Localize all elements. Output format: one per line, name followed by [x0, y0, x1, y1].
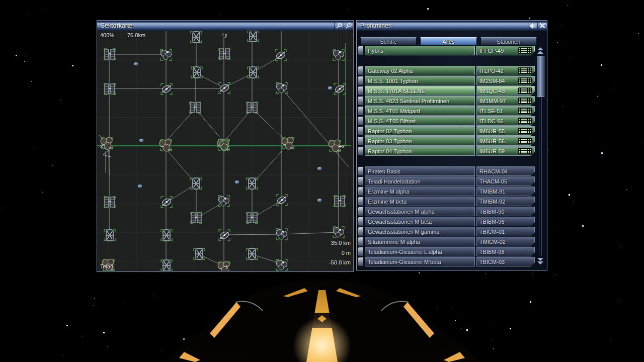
- map-station-icon[interactable]: [191, 67, 202, 78]
- map-station-icon[interactable]: [160, 49, 172, 60]
- object-id: ITLDC-66: [476, 116, 535, 126]
- hull-gauge: [518, 68, 532, 73]
- property-panel-title: Profitminen: [360, 22, 528, 29]
- map-station-icon[interactable]: [104, 230, 115, 241]
- magnifier-minus-icon: [345, 22, 352, 29]
- object-id: TBICM-03: [476, 257, 535, 266]
- map-station-icon[interactable]: [276, 82, 287, 94]
- object-id-text: ITLDC-66: [479, 118, 504, 124]
- object-name: M.S.S. 4T05 Bifrost: [365, 116, 475, 126]
- sector-map-titlebar[interactable]: Sektorkarte: [97, 21, 353, 31]
- zoom-out-button[interactable]: [344, 21, 353, 30]
- map-station-icon[interactable]: [334, 196, 345, 207]
- map-station-icon[interactable]: [218, 196, 229, 207]
- map-station-icon[interactable]: [219, 48, 230, 59]
- map-lane-line: [168, 151, 196, 184]
- map-station-icon[interactable]: [247, 248, 258, 259]
- map-station-icon[interactable]: [219, 82, 230, 94]
- station-row[interactable]: Siliziummine M alphaTMICM-02: [358, 237, 535, 246]
- asteroid-shade: [319, 200, 321, 201]
- object-id: IM6UR-59: [476, 146, 535, 156]
- speaker-icon: [529, 23, 537, 29]
- object-id-text: ITLSE-51: [479, 108, 503, 114]
- map-station-icon[interactable]: [276, 229, 287, 240]
- map-station-icon[interactable]: [161, 83, 172, 95]
- map-station-icon[interactable]: [275, 50, 286, 61]
- tab-alles[interactable]: Alles: [420, 37, 476, 46]
- object-name: M.S.S. 1001 Typhon: [365, 76, 475, 85]
- scroll-down-button[interactable]: [536, 256, 544, 265]
- object-id-text: RHACM-04: [479, 168, 508, 174]
- row-tab: [358, 197, 363, 206]
- object-id-text: TBIBM-96: [479, 219, 505, 225]
- station-row[interactable]: Erzmine M betaTMIBM-92: [358, 197, 535, 206]
- hull-gauge: [518, 128, 532, 134]
- map-station-icon[interactable]: [194, 248, 205, 259]
- station-row[interactable]: Gewächsstationen M gammaTBICM-01: [358, 227, 535, 236]
- ship-row[interactable]: M.S.S. 4T01 MidgardITLSE-51: [358, 106, 535, 116]
- object-id: IM1QC-43: [476, 86, 535, 96]
- hull-gauge: [518, 148, 532, 154]
- ship-row[interactable]: M.S.S. 1001 TyphonIM2SM-84: [358, 76, 535, 85]
- map-station-icon[interactable]: [161, 230, 172, 241]
- object-id: IM1MM-97: [476, 96, 535, 106]
- ship-row[interactable]: M.S.S. 4T05 BifrostITLDC-66: [358, 116, 535, 126]
- object-id: TMICM-02: [476, 237, 535, 246]
- selected-object-row[interactable]: HybrisIFFGP-49: [358, 46, 535, 55]
- object-id: TBIBM-90: [476, 207, 535, 216]
- tab-schiffe[interactable]: Schiffe: [360, 37, 417, 46]
- station-row[interactable]: Teladianium-Giesserei L alphaTBIBM-98: [358, 247, 535, 256]
- ship-row[interactable]: Raptor 02 TyphonIM6UR-55: [358, 126, 535, 136]
- map-station-icon[interactable]: [282, 137, 294, 149]
- hull-gauge: [518, 118, 532, 124]
- object-name: Teladianium-Giesserei L alpha: [365, 247, 475, 256]
- scrollbar-thumb[interactable]: [537, 56, 544, 97]
- map-station-icon[interactable]: [248, 31, 259, 42]
- tab-stationen[interactable]: Stationen: [480, 37, 537, 46]
- row-tab: [358, 66, 363, 75]
- map-station-icon[interactable]: [217, 139, 229, 151]
- map-station-icon[interactable]: [161, 197, 172, 208]
- map-station-icon[interactable]: [159, 139, 172, 151]
- station-row[interactable]: Gewächsstationen M alphaTBIBM-90: [358, 207, 535, 216]
- asteroid-shade: [236, 182, 239, 183]
- map-station-icon[interactable]: [248, 67, 259, 78]
- row-tab: [358, 227, 363, 236]
- object-name: Hybris: [365, 46, 475, 55]
- object-name: Raptor 02 Typhon: [365, 126, 475, 136]
- object-name: M.S.S. 1701A SELENE: [365, 86, 475, 96]
- object-name: Gewächsstationen M beta: [365, 217, 475, 226]
- close-button[interactable]: [537, 21, 547, 30]
- ship-row[interactable]: Raptor 03 TyphonIM6UR-56: [358, 136, 535, 146]
- map-station-icon[interactable]: [334, 83, 345, 95]
- station-row[interactable]: Piraten BasisRHACM-04: [358, 166, 535, 176]
- map-station-icon[interactable]: [333, 49, 344, 60]
- station-row[interactable]: Erzmine M alphaTMIBM-91: [358, 187, 535, 196]
- map-station-icon[interactable]: [219, 230, 230, 241]
- row-tab: [358, 86, 363, 95]
- hull-gauge: [518, 108, 532, 114]
- ship-row[interactable]: Gateway 02 AlphaITLPO-42: [358, 66, 535, 75]
- zoom-in-button[interactable]: [334, 21, 344, 30]
- mute-button[interactable]: [528, 21, 537, 30]
- object-name: Teladianium-Giesserei M beta: [365, 257, 475, 266]
- sector-map-canvas[interactable]: 400% 76.0km +y -y +x -x Teladi 35.0 km 0…: [97, 31, 353, 272]
- map-station-icon[interactable]: [218, 261, 230, 271]
- sector-map-title: Sektorkarte: [101, 22, 334, 29]
- map-station-icon[interactable]: [191, 32, 202, 43]
- ship-row[interactable]: Raptor 04 TyphonIM6UR-59: [358, 146, 535, 156]
- station-row[interactable]: Teladianium-Giesserei M betaTBICM-03: [358, 257, 535, 266]
- ship-row[interactable]: M.S.S. 4823 Sentinel ProfitminenIM1MM-97: [358, 96, 535, 106]
- property-panel-titlebar[interactable]: Profitminen: [357, 21, 547, 31]
- row-tab: [358, 177, 363, 186]
- object-id-text: IM6UR-55: [479, 128, 505, 134]
- map-station-icon[interactable]: [190, 102, 201, 113]
- object-id: IFFGP-49: [476, 46, 535, 55]
- scroll-up-button[interactable]: [536, 46, 544, 55]
- station-row[interactable]: Gewächsstationen M betaTBIBM-96: [358, 217, 535, 226]
- map-station-icon[interactable]: [102, 259, 114, 271]
- station-row[interactable]: Teladi HandelsstationTHACM-05: [358, 176, 535, 186]
- ship-row[interactable]: M.S.S. 1701A SELENEIM1QC-43: [358, 86, 535, 96]
- map-station-icon[interactable]: [333, 227, 344, 238]
- map-station-icon[interactable]: [161, 260, 172, 271]
